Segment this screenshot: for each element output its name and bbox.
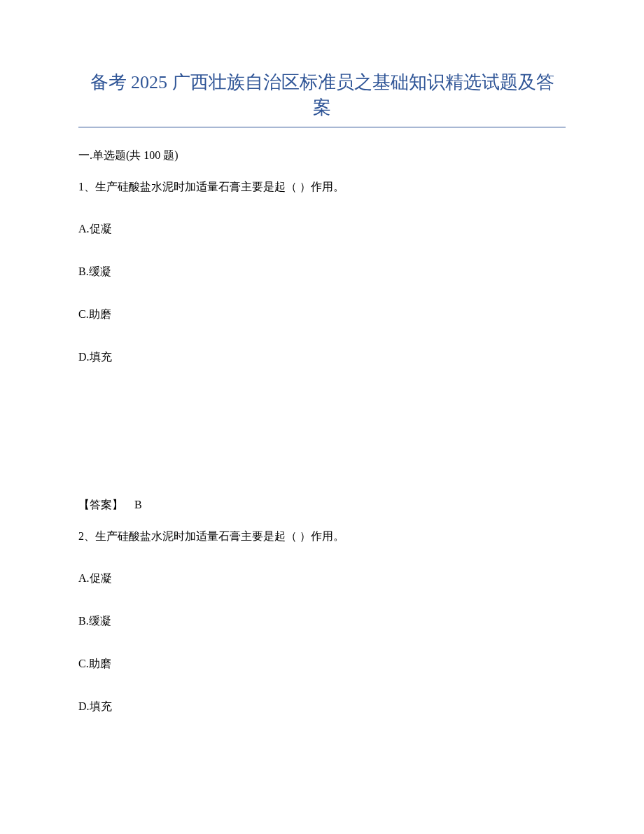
option-d: D.填充 [78, 350, 566, 365]
section-header: 一.单选题(共 100 题) [78, 148, 566, 163]
option-b: B.缓凝 [78, 265, 566, 279]
option-a: A.促凝 [78, 222, 566, 237]
question-stem: 1、生产硅酸盐水泥时加适量石膏主要是起（ ）作用。 [78, 179, 566, 195]
question-1: 1、生产硅酸盐水泥时加适量石膏主要是起（ ）作用。 A.促凝 B.缓凝 C.助磨… [78, 179, 566, 513]
option-c: C.助磨 [78, 657, 566, 672]
option-c: C.助磨 [78, 307, 566, 322]
question-2: 2、生产硅酸盐水泥时加适量石膏主要是起（ ）作用。 A.促凝 B.缓凝 C.助磨… [78, 528, 566, 714]
answer-value: B [134, 499, 142, 510]
title-underline [78, 127, 566, 127]
option-a: A.促凝 [78, 571, 566, 586]
answer-line: 【答案】 B [78, 498, 566, 513]
option-b: B.缓凝 [78, 614, 566, 629]
question-stem: 2、生产硅酸盐水泥时加适量石膏主要是起（ ）作用。 [78, 528, 566, 545]
document-title: 备考 2025 广西壮族自治区标准员之基础知识精选试题及答案 [78, 70, 566, 127]
option-d: D.填充 [78, 700, 566, 714]
answer-label: 【答案】 [78, 499, 123, 510]
